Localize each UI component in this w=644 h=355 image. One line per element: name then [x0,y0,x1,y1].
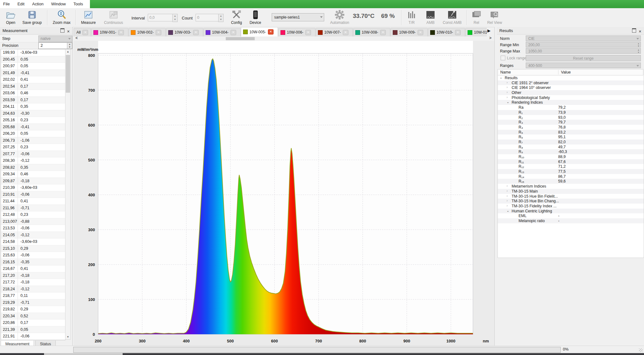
tab-10w-006[interactable]: 10W-006-✕ [278,28,315,36]
table-row[interactable]: 214,05-0,12 [1,232,65,239]
open-button[interactable]: Open [2,9,19,25]
scroll-up-icon[interactable]: ▲ [65,50,70,53]
close-tab-icon[interactable]: ✕ [418,30,423,35]
table-row[interactable]: 212,480,23 [1,211,65,218]
table-row[interactable]: 218,24-0,12 [1,286,65,293]
table-row[interactable]: 207,250,23 [1,144,65,151]
tree-row[interactable]: R₉-60,3 [498,149,644,154]
table-row[interactable]: 220,860,17 [1,320,65,326]
table-row[interactable]: 210,91-0,06 [1,191,65,198]
table-row[interactable]: 211,96-0,71 [1,205,65,212]
close-tab-icon[interactable]: ✕ [156,30,161,35]
device-button[interactable]: Device [247,9,264,25]
chevron-collapsed-icon[interactable]: › [507,189,508,193]
tree-row[interactable]: R₆95,1 [498,134,644,139]
tree-row[interactable]: R₅83,2 [498,130,644,135]
interval-spinner[interactable]: ▲▼ [172,14,178,22]
menu-window[interactable]: Window [48,0,69,6]
float-panel-icon[interactable] [60,28,64,33]
tree-row[interactable]: EML- [498,213,644,218]
table-row[interactable]: 213,53-0,06 [1,225,65,232]
float-panel-icon[interactable] [632,28,636,33]
table-row[interactable]: 215,100,29 [1,245,65,252]
tab-scrollbar[interactable]: < > [74,36,494,41]
table-row[interactable]: 208,30-0,12 [1,157,65,164]
table-row[interactable]: 209,87-0,18 [1,178,65,185]
interval-input[interactable]: 0,0 [148,14,173,21]
tree-row[interactable]: ›Other [498,90,644,95]
table-row[interactable]: 200,450,05 [1,56,65,63]
tree-row[interactable]: R₁₂71,2 [498,164,644,169]
results-tree[interactable]: ⌄Results›CIE 1931 2° observer›CIE 1964 1… [497,75,644,258]
tree-row[interactable]: ›TM-30-15 Hue Bin Fidelit... [498,194,644,199]
close-tab-icon[interactable]: ✕ [455,30,461,35]
table-row[interactable]: 219,820,29 [1,306,65,313]
chevron-collapsed-icon[interactable]: › [507,81,508,84]
tree-row[interactable]: R₁₅59,6 [498,179,644,184]
table-row[interactable]: 210,39-3,60e-03 [1,184,65,191]
tree-row[interactable]: ›TM-30-15 Fidelity Index ... [498,204,644,209]
tab-10w-009[interactable]: 10W-009-✕ [391,28,428,36]
table-row[interactable]: 211,440,41 [1,198,65,205]
chevron-collapsed-icon[interactable]: › [507,204,508,207]
table-row[interactable]: 214,58-3,60e-03 [1,238,65,245]
tree-row[interactable]: R₁₁67,6 [498,159,644,164]
count-spinner[interactable]: ▲▼ [218,14,224,22]
table-row[interactable]: 219,29-0,71 [1,299,65,306]
chevron-collapsed-icon[interactable]: › [507,194,508,198]
chevron-collapsed-icon[interactable]: › [507,184,508,188]
table-row[interactable]: 220,340,52 [1,313,65,320]
tree-row[interactable]: R₂93,0 [498,115,644,120]
tree-row[interactable]: ⌄Rendering Indices [498,100,644,105]
chevron-collapsed-icon[interactable]: › [507,85,508,89]
tree-row[interactable]: ›CIE 1931 2° observer [498,80,644,85]
tree-row[interactable]: ›TM-30-15 Hue Bin Chang... [498,199,644,204]
close-tab-icon[interactable]: ✕ [305,30,311,35]
config-button[interactable]: Config [228,9,245,25]
tab-10w-011[interactable]: 10W-011-✕ [465,28,487,36]
tab-next-arrow-icon[interactable]: ▶ [487,28,491,33]
table-row[interactable]: 218,770,11 [1,292,65,299]
tree-row[interactable]: ›Photobiological Safety [498,95,644,100]
table-row[interactable]: 217,72-0,18 [1,279,65,286]
tab-10w-008[interactable]: 10W-008-✕ [353,28,390,36]
menu-action[interactable]: Action [29,0,47,6]
table-row[interactable]: 213,007-0,88 [1,218,65,225]
table-row[interactable]: 204,63-0,30 [1,110,65,117]
table-row[interactable]: 215,63-0,06 [1,252,65,259]
chevron-expanded-icon[interactable]: ⌄ [507,100,509,104]
tree-row[interactable]: ⌄Human Centric Lighting [498,209,644,214]
table-row[interactable]: 202,020,41 [1,76,65,83]
close-tab-icon[interactable]: ✕ [268,29,274,35]
table-row[interactable]: 199,93-3,60e-03 [1,49,65,56]
table-row[interactable]: 221,91-0,06 [1,333,65,340]
chevron-collapsed-icon[interactable]: › [507,199,508,202]
tab-10w-010[interactable]: 10W-010-✕ [428,28,465,36]
zoom-max-button[interactable]: Zoom max [50,9,74,25]
table-row[interactable]: 203,060,46 [1,90,65,97]
close-tab-icon[interactable]: ✕ [343,30,348,35]
tree-row[interactable]: ›CIE 1964 10° observer [498,85,644,90]
measurement-table[interactable]: 199,93-3,60e-03200,450,05200,970,05201,4… [1,49,65,340]
series-select[interactable]: sample-series1 [272,13,324,21]
tab-10w-007[interactable]: 10W-007-✕ [316,28,353,36]
tab-10w-001[interactable]: 10W-001-✕ [91,28,128,36]
table-row[interactable]: 203,590,17 [1,97,65,104]
table-row[interactable]: 208,820,35 [1,164,65,171]
tab-scrollbar-thumb[interactable] [226,37,255,40]
tree-row[interactable]: R₁₄86,7 [498,174,644,179]
tree-row[interactable]: Melanopic ratio- [498,218,644,223]
resize-grip-icon[interactable] [639,348,643,352]
close-tab-icon[interactable]: ✕ [193,30,199,35]
table-row[interactable]: 217,20-0,18 [1,272,65,279]
menu-edit[interactable]: Edit [14,0,27,6]
precision-spinner[interactable]: ▲▼ [67,43,72,49]
chevron-expanded-icon[interactable]: ⌄ [507,209,509,212]
tree-row[interactable]: R₄76,8 [498,125,644,130]
table-row[interactable]: 200,970,05 [1,63,65,70]
tree-row[interactable]: ›TM-30-15 Main [498,189,644,194]
tree-row[interactable]: R₈49,7 [498,145,644,150]
tree-row[interactable]: Ra79,2 [498,105,644,110]
close-panel-icon[interactable]: ✕ [67,30,70,33]
spectrum-chart[interactable]: 0100200300400500600700800200300400500600… [74,41,494,346]
